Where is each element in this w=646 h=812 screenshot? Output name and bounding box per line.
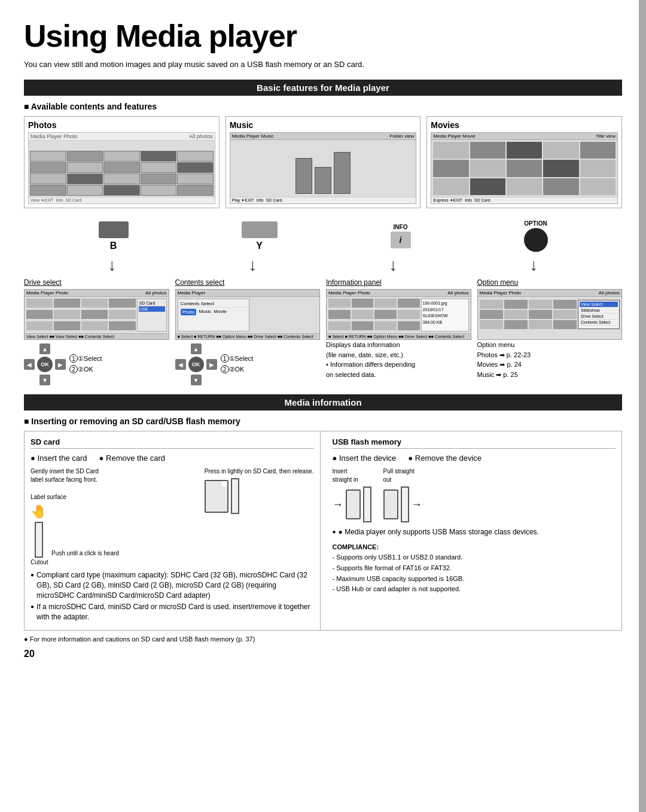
drive-select-label[interactable]: Drive select (24, 278, 169, 287)
usb-insert-label: ● Insert the device (333, 454, 397, 463)
section1-header: Basic features for Media player (24, 80, 622, 96)
dpad-left[interactable]: ◀ (24, 359, 35, 370)
media-types-row: Photos Media Player Photo All photos Vie… (24, 116, 622, 208)
photos-topbar-right: All photos (189, 133, 213, 139)
compliance-section: COMPLIANCE: - Supports only USB1.1 or US… (333, 542, 616, 595)
sd-title: SD card (31, 437, 314, 449)
photos-topbar-left: Media Player Photo (31, 133, 78, 139)
usb-remove-label: ● Remove the device (408, 454, 482, 463)
y-button[interactable] (242, 221, 278, 238)
info-desc4: on selected data. (326, 370, 471, 380)
compliance-item-3: - Maximum USB capacity supported is 16GB… (333, 574, 616, 585)
info-desc1: Displays data information (326, 340, 471, 350)
b-button-label: B (110, 241, 117, 251)
dpad-left-c[interactable]: ◀ (175, 359, 186, 370)
cutout-label: Cutout (31, 559, 199, 565)
music-topbar-right: Folder view (389, 133, 414, 139)
music-screenshot: Media Player Music Folder view Play ✦EXI… (230, 132, 417, 204)
subsection-title-features: Available contents and features (24, 102, 622, 111)
contents-step2: ②OK (229, 366, 245, 373)
movies-label: Movies (431, 120, 618, 130)
usb-support-note: ● Media player only supports USB Mass st… (333, 527, 616, 537)
usb-device-insert (346, 489, 361, 519)
drive-select-screenshot: Media Player PhotoAll photos SD Card USB… (24, 289, 169, 340)
drive-select-steps: 1①Select 2②OK (69, 354, 102, 375)
dpad-down[interactable]: ▼ (39, 375, 50, 385)
dpad-ok[interactable]: OK (37, 357, 53, 372)
usb-diagrams: Insert straight in → Pull straight out → (333, 467, 616, 522)
info-label-top: INFO (394, 224, 408, 230)
feature-detail-row: Drive select Media Player PhotoAll photo… (24, 278, 622, 385)
sd-usb-row: SD card ● Insert the card ● Remove the c… (24, 431, 622, 631)
music-box: Music Media Player Music Folder view Pla… (226, 116, 421, 208)
arrow-info: ↓ (389, 256, 398, 275)
dpad-up[interactable]: ▲ (39, 343, 50, 354)
music-label: Music (230, 120, 417, 130)
usb-device-remove (383, 489, 398, 519)
contents-select-label[interactable]: Contents select (175, 278, 321, 287)
option-menu-desc: Option menu Photos ➡ p. 22-23 Movies ➡ p… (477, 340, 623, 379)
sd-press-note: Press in lightly on SD Card, then releas… (205, 467, 314, 476)
section2-header: Media information (24, 394, 622, 410)
compliance-title: COMPLIANCE: (333, 542, 616, 553)
y-button-label: Y (256, 241, 263, 251)
info-desc2: (file name, date, size, etc.) (326, 350, 471, 360)
option-button[interactable] (524, 228, 548, 252)
contents-step1: ①Select (229, 355, 254, 362)
usb-insert-remove: ● Insert the device ● Remove the device (333, 454, 616, 463)
arrow-y: ↓ (249, 256, 257, 275)
contents-select-ok-diagram: ▲ ▼ ◀ ▶ OK 1①Select 2②OK (175, 343, 321, 385)
sd-compliance-2: If a microSDHC Card, miniSD Card or micr… (31, 602, 314, 622)
dpad-ok-c[interactable]: OK (188, 357, 204, 372)
contents-select-screenshot: Media Player Contents Select Photo Music… (175, 289, 321, 340)
sd-slot-right (231, 478, 239, 514)
info-panel-item: Information panel Media Player PhotoAll … (326, 278, 471, 385)
page-title: Using Media player (24, 18, 622, 54)
drive-step2: ②OK (78, 366, 93, 373)
sd-right-diagram: Press in lightly on SD Card, then releas… (205, 467, 314, 514)
sd-label-surface: Label surface (31, 493, 199, 501)
compliance-item-2: - Supports file format of FAT16 or FAT32… (333, 563, 616, 574)
subsection-title-media: Inserting or removing an SD card/USB fla… (24, 416, 622, 426)
contents-select-item: Contents select Media Player Contents Se… (175, 278, 321, 385)
info-desc3: • Information differs depending (326, 360, 471, 370)
usb-insert-arrow: → (333, 498, 343, 511)
dpad-down-c[interactable]: ▼ (191, 375, 202, 385)
dpad-drive: ▲ ▼ ◀ ▶ OK (24, 343, 66, 385)
b-button[interactable] (99, 221, 129, 238)
drive-step1: ①Select (78, 355, 102, 362)
option-menu-item: Option menu Media Player PhotoAll photos… (477, 278, 623, 385)
sd-left-diagram: Gently insert the SD Card label surface … (31, 467, 199, 565)
sd-insert-remove: ● Insert the card ● Remove the card (31, 454, 314, 463)
sd-compliance-1: Compliant card type (maximum capacity): … (31, 570, 314, 600)
info-button-area: INFO i (391, 224, 411, 248)
intro-text: You can view still and motion images and… (24, 60, 622, 69)
option-menu-screenshot: Media Player PhotoAll photos View Select… (477, 289, 623, 340)
contents-select-steps: 1①Select 2②OK (221, 354, 254, 375)
option-desc2: Photos ➡ p. 22-23 (477, 350, 623, 360)
movies-screenshot: Media Player Movie Title view Express ✦E… (431, 132, 618, 204)
info-panel-desc: Displays data information (file name, da… (326, 340, 471, 379)
sd-insert-label: ● Insert the card (31, 454, 87, 463)
usb-pull-note1: Pull straight (383, 467, 422, 476)
hand-insert-icon: 🤚 (31, 504, 47, 519)
option-menu-label[interactable]: Option menu (477, 278, 623, 287)
sd-card-shape (205, 480, 228, 513)
option-desc1: Option menu (477, 340, 623, 350)
sd-diagram: Gently insert the SD Card label surface … (31, 467, 314, 565)
dpad-right-c[interactable]: ▶ (206, 359, 217, 370)
info-panel-label[interactable]: Information panel (326, 278, 471, 287)
info-button[interactable]: i (391, 232, 411, 248)
movies-topbar-left: Media Player Movie (433, 133, 475, 139)
arrow-b: ↓ (108, 256, 117, 275)
option-button-area: OPTION (524, 220, 548, 252)
photos-box: Photos Media Player Photo All photos Vie… (24, 116, 220, 208)
sd-remove-label: ● Remove the card (99, 454, 165, 463)
sd-instruction2: label surface facing front. (31, 476, 199, 484)
usb-title: USB flash memory (333, 437, 616, 449)
usb-insert-note1: Insert (333, 467, 371, 476)
dpad-up-c[interactable]: ▲ (191, 343, 202, 354)
info-panel-screenshot: Media Player PhotoAll photos 100-0001.jp… (326, 289, 471, 340)
arrow-option: ↓ (530, 256, 538, 275)
dpad-right[interactable]: ▶ (55, 359, 66, 370)
